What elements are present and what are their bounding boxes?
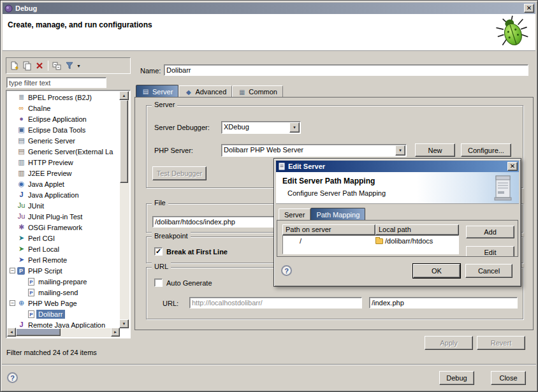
- tree-item[interactable]: ➤Perl Remote: [7, 254, 120, 265]
- filter-menu-chevron-icon[interactable]: ▼: [76, 64, 82, 68]
- collapse-handle-icon[interactable]: −: [10, 268, 15, 273]
- tree-item[interactable]: JuJUnit: [7, 200, 120, 211]
- configure-server-button[interactable]: Configure...: [461, 143, 511, 157]
- tree-item[interactable]: ∞Chaîne: [7, 103, 120, 113]
- tree-item[interactable]: ▥J2EE Preview: [7, 168, 120, 178]
- config-tabs: ▤Server◆Advanced▦Common: [136, 85, 283, 98]
- server-debugger-label: Server Debugger:: [154, 124, 210, 131]
- server-path-cell: /: [283, 237, 375, 245]
- path-mapping-table[interactable]: Path on serverLocal path //dolibarr/htdo…: [282, 224, 459, 254]
- tab-label: Server: [152, 88, 173, 96]
- ok-button[interactable]: OK: [413, 264, 460, 278]
- table-column-header[interactable]: Path on server: [282, 224, 375, 235]
- local-path-cell: /dolibarr/htdocs: [385, 237, 433, 245]
- perl-remote-icon: ➤: [17, 255, 26, 265]
- filter-icon[interactable]: [64, 60, 75, 71]
- tree-item[interactable]: ▤Generic Server: [7, 135, 120, 146]
- delete-configuration-icon[interactable]: [34, 60, 45, 71]
- chain-icon: ∞: [17, 103, 26, 113]
- duplicate-configuration-icon[interactable]: [21, 60, 33, 71]
- chevron-down-icon[interactable]: ▼: [395, 145, 405, 156]
- path-mapping-panel: Path on serverLocal path //dolibarr/htdo…: [277, 220, 518, 257]
- test-debugger-button[interactable]: Test Debugger: [152, 166, 207, 180]
- dialog-close-icon[interactable]: ✕: [507, 162, 518, 171]
- tree-item-label: JUnit: [26, 201, 46, 210]
- debug-window: Debug ✕ Create, manage, and run configur…: [0, 0, 538, 392]
- debug-button[interactable]: Debug: [439, 371, 474, 385]
- apply-button[interactable]: Apply: [425, 336, 473, 350]
- common-tab-icon: ▦: [238, 87, 246, 97]
- url-path-input[interactable]: [369, 297, 518, 309]
- edit-mapping-button[interactable]: Edit: [466, 246, 514, 257]
- tree-item[interactable]: JJava Application: [7, 189, 120, 200]
- add-mapping-button[interactable]: Add: [466, 226, 514, 238]
- new-server-button[interactable]: New: [415, 143, 455, 157]
- window-close-icon[interactable]: ✕: [524, 4, 534, 13]
- tree-vertical-scrollbar[interactable]: ▲ ▼: [120, 91, 129, 328]
- tree-item[interactable]: ✱OSGi Framework: [7, 222, 120, 233]
- tree-item[interactable]: −PPHP Script: [7, 265, 120, 276]
- cancel-button[interactable]: Cancel: [465, 264, 513, 278]
- configuration-tree-panel: ≣BPEL Process (B2J)∞Chaîne●Eclipse Appli…: [6, 90, 131, 338]
- tree-item[interactable]: ➤Perl Local: [7, 243, 120, 254]
- tree-item[interactable]: ▤Generic Server(External La: [7, 146, 120, 157]
- scroll-left-icon[interactable]: ◄: [7, 328, 16, 337]
- j2ee-preview-icon: ▥: [17, 168, 26, 178]
- tab-label: Path Mapping: [316, 211, 360, 219]
- scroll-right-icon[interactable]: ►: [111, 328, 120, 337]
- close-button[interactable]: Close: [491, 371, 526, 385]
- tree-item[interactable]: ▣Eclipse Data Tools: [7, 124, 120, 135]
- tree-item[interactable]: PDolibarr: [7, 309, 120, 319]
- dialog-icon: [278, 163, 286, 170]
- new-configuration-icon[interactable]: [8, 60, 20, 71]
- name-input[interactable]: [164, 64, 528, 76]
- table-row[interactable]: //dolibarr/htdocs: [283, 236, 458, 246]
- revert-button[interactable]: Revert: [477, 336, 525, 350]
- base-url-input[interactable]: [189, 297, 362, 309]
- title-bar[interactable]: Debug ✕: [3, 3, 535, 14]
- tab-server[interactable]: ▤Server: [136, 85, 178, 98]
- generic-server-external-icon: ▤: [17, 147, 26, 156]
- eclipse-data-tools-icon: ▣: [17, 125, 26, 134]
- config-tree: ≣BPEL Process (B2J)∞Chaîne●Eclipse Appli…: [7, 92, 120, 328]
- tree-item[interactable]: ◉Java Applet: [7, 178, 120, 189]
- tree-item-label: OSGi Framework: [26, 223, 84, 232]
- tree-item[interactable]: ●Eclipse Application: [7, 113, 120, 124]
- break-first-line-checkbox[interactable]: ✓: [154, 247, 163, 256]
- dialog-subheading: Configure Server Path Mapping: [287, 189, 386, 197]
- tab-path-mapping[interactable]: Path Mapping: [310, 208, 365, 221]
- tab-server[interactable]: Server: [279, 208, 310, 221]
- scroll-up-icon[interactable]: ▲: [119, 91, 129, 100]
- collapse-all-icon[interactable]: [51, 60, 62, 71]
- dialog-help-icon[interactable]: ?: [281, 265, 292, 276]
- server-debugger-combo[interactable]: XDebug ▼: [221, 121, 301, 134]
- chevron-down-icon[interactable]: ▼: [289, 122, 300, 133]
- tab-common[interactable]: ▦Common: [232, 85, 283, 98]
- tree-item[interactable]: JuJUnit Plug-in Test: [7, 211, 120, 222]
- tree-item[interactable]: ➤Perl CGI: [7, 233, 120, 243]
- tree-item[interactable]: ≣BPEL Process (B2J): [7, 92, 120, 103]
- footer-separator: [2, 364, 536, 365]
- tree-item[interactable]: JRemote Java Application: [7, 319, 120, 328]
- php-server-value: Dolibarr PHP Web Server: [224, 146, 395, 154]
- vertical-scroll-thumb[interactable]: [120, 100, 128, 183]
- tree-item[interactable]: Pmailing-send: [7, 287, 120, 298]
- tab-advanced[interactable]: ◆Advanced: [178, 85, 232, 98]
- filter-input[interactable]: [6, 77, 106, 88]
- tree-item[interactable]: ▥HTTP Preview: [7, 157, 120, 168]
- tree-item[interactable]: −⊕PHP Web Page: [7, 298, 120, 309]
- collapse-handle-icon[interactable]: −: [10, 300, 15, 306]
- dialog-title-bar[interactable]: Edit Server ✕: [276, 161, 519, 172]
- auto-generate-checkbox[interactable]: [154, 279, 163, 287]
- php-file-icon: P: [28, 310, 34, 318]
- tree-horizontal-scrollbar[interactable]: ◄ ►: [7, 328, 120, 337]
- horizontal-scroll-thumb[interactable]: [16, 328, 61, 336]
- url-group-title: URL: [152, 263, 171, 270]
- scroll-down-icon[interactable]: ▼: [119, 319, 129, 328]
- php-server-combo[interactable]: Dolibarr PHP Web Server ▼: [221, 144, 407, 157]
- table-column-header[interactable]: Local path: [375, 224, 459, 235]
- tree-item[interactable]: Pmailing-prepare: [7, 276, 120, 287]
- help-icon[interactable]: ?: [7, 372, 18, 383]
- tree-item-label: Dolibarr: [36, 310, 65, 319]
- php-script-icon: P: [17, 267, 25, 275]
